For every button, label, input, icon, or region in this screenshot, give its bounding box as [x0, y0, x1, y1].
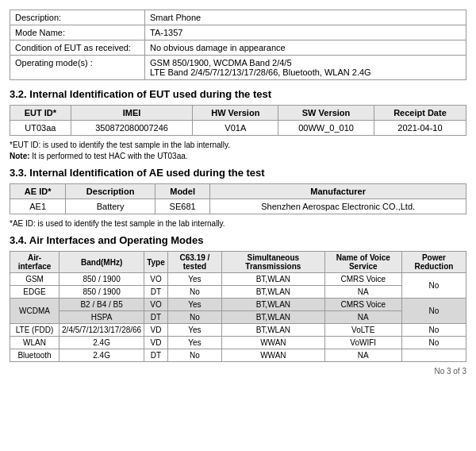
info-label: Operating mode(s) : — [10, 56, 145, 80]
air-col-header: Name of Voice Service — [324, 252, 401, 273]
eut-cell: UT03aa — [10, 121, 71, 136]
ae-col-header: Model — [155, 184, 209, 199]
air-type: DT — [144, 349, 168, 362]
air-band: 850 / 1900 — [60, 286, 144, 299]
eut-table: EUT ID*IMEIHW VersionSW VersionReceipt D… — [10, 105, 466, 136]
air-band: 2.4G — [60, 349, 144, 362]
ae-col-header: Manufacturer — [210, 184, 466, 199]
eut-col-header: SW Version — [278, 106, 374, 121]
ae-footnote: *AE ID: is used to identify the test sam… — [10, 219, 466, 228]
ae-cell: Battery — [66, 199, 155, 214]
ae-cell: SE681 — [155, 199, 209, 214]
section-33-title: 3.3. Internal Identification of AE used … — [10, 167, 466, 179]
air-voice: VoLTE — [324, 324, 401, 337]
ae-cell: AE1 — [10, 199, 66, 214]
air-type: VO — [144, 299, 168, 311]
air-band: 2.4G — [60, 337, 144, 349]
air-col-header: Simultaneous Transmissions — [222, 252, 325, 273]
eut-footnote: *EUT ID: is used to identify the test sa… — [10, 141, 466, 149]
info-label: Description: — [10, 10, 145, 25]
ae-col-header: Description — [66, 184, 155, 199]
eut-note: Note: It is performed to test HAC with t… — [10, 152, 466, 160]
ae-table: AE ID*DescriptionModelManufacturer AE1Ba… — [10, 183, 466, 214]
info-table: Description:Smart PhoneMode Name:TA-1357… — [10, 10, 466, 80]
air-c63: Yes — [167, 324, 221, 337]
air-power — [401, 349, 466, 362]
air-sim: BT,WLAN — [222, 311, 325, 324]
air-voice: CMRS Voice — [324, 299, 401, 311]
air-voice: NA — [324, 286, 401, 299]
air-sim: BT,WLAN — [222, 273, 325, 286]
air-power: No — [401, 273, 466, 299]
air-col-header: Power Reduction — [401, 252, 466, 273]
air-cell: GSM — [10, 273, 60, 286]
air-power: No — [401, 324, 466, 337]
air-band: B2 / B4 / B5 — [60, 299, 144, 311]
air-sim: WWAN — [222, 337, 325, 349]
air-c63: Yes — [167, 299, 221, 311]
air-sim: BT,WLAN — [222, 324, 325, 337]
info-value: No obvious damage in appearance — [145, 40, 466, 56]
air-band: 850 / 1900 — [60, 273, 144, 286]
eut-cell: V01A — [193, 121, 278, 136]
info-label: Condition of EUT as received: — [10, 40, 145, 56]
air-table: Air-interfaceBand(MHz)TypeC63.19 / teste… — [10, 251, 466, 362]
section-34-title: 3.4. Air Interfaces and Operating Modes — [10, 234, 466, 246]
air-power: No — [401, 299, 466, 324]
ae-col-header: AE ID* — [10, 184, 66, 199]
ae-cell: Shenzhen Aerospac Electronic CO.,Ltd. — [210, 199, 466, 214]
air-cell: EDGE — [10, 286, 60, 299]
page-number: No 3 of 3 — [10, 367, 466, 376]
air-power: No — [401, 337, 466, 349]
air-type: VO — [144, 273, 168, 286]
air-cell: WLAN — [10, 337, 60, 349]
air-voice: NA — [324, 311, 401, 324]
air-c63: No — [167, 349, 221, 362]
air-cell: WCDMA — [10, 299, 60, 324]
eut-cell: 00WW_0_010 — [278, 121, 374, 136]
air-col-header: C63.19 / tested — [167, 252, 221, 273]
info-value: TA-1357 — [145, 25, 466, 40]
eut-col-header: EUT ID* — [10, 106, 71, 121]
air-c63: Yes — [167, 337, 221, 349]
section-32-title: 3.2. Internal Identification of EUT used… — [10, 88, 466, 100]
air-type: VD — [144, 324, 168, 337]
air-voice: CMRS Voice — [324, 273, 401, 286]
info-label: Mode Name: — [10, 25, 145, 40]
air-type: VD — [144, 337, 168, 349]
eut-col-header: Receipt Date — [374, 106, 466, 121]
air-type: DT — [144, 286, 168, 299]
air-band: HSPA — [60, 311, 144, 324]
air-voice: NA — [324, 349, 401, 362]
eut-col-header: IMEI — [71, 106, 193, 121]
air-c63: Yes — [167, 273, 221, 286]
air-sim: BT,WLAN — [222, 299, 325, 311]
air-type: DT — [144, 311, 168, 324]
eut-cell: 350872080007246 — [71, 121, 193, 136]
air-c63: No — [167, 311, 221, 324]
info-value: GSM 850/1900, WCDMA Band 2/4/5 LTE Band … — [145, 56, 466, 80]
info-value: Smart Phone — [145, 10, 466, 25]
eut-col-header: HW Version — [193, 106, 278, 121]
air-band: 2/4/5/7/12/13/17/28/66 — [60, 324, 144, 337]
air-col-header: Type — [144, 252, 168, 273]
air-col-header: Air-interface — [10, 252, 60, 273]
air-sim: WWAN — [222, 349, 325, 362]
air-c63: No — [167, 286, 221, 299]
air-col-header: Band(MHz) — [60, 252, 144, 273]
air-cell: Bluetooth — [10, 349, 60, 362]
air-sim: BT,WLAN — [222, 286, 325, 299]
air-cell: LTE (FDD) — [10, 324, 60, 337]
eut-cell: 2021-04-10 — [374, 121, 466, 136]
air-voice: VoWIFI — [324, 337, 401, 349]
